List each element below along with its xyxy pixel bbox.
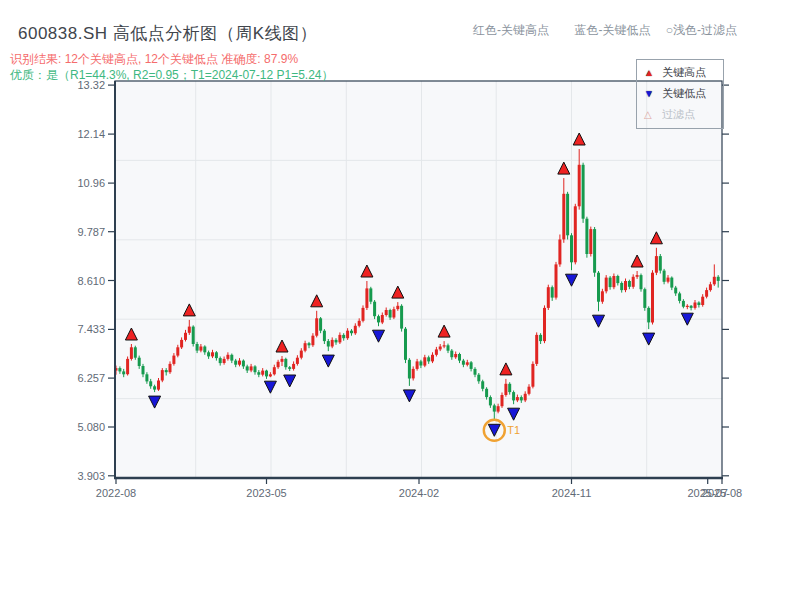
svg-text:2024-02: 2024-02 — [399, 487, 439, 499]
legend-item-label: 关键低点 — [662, 86, 706, 101]
recognition-result-text: 识别结果: 12个关键高点, 12个关键低点 准确度: 87.9% — [10, 51, 298, 68]
legend-item-key-low[interactable]: ▼ 关键低点 — [637, 83, 723, 104]
svg-text:2025-08: 2025-08 — [702, 487, 742, 499]
svg-text:12.14: 12.14 — [77, 128, 105, 140]
legend-item-filtered[interactable]: △ 过滤点 — [637, 104, 723, 125]
triangle-outline-icon: △ — [644, 110, 659, 120]
quality-result-text: 优质：是（R1=44.3%, R2=0.95；T1=2024-07-12 P1=… — [10, 67, 334, 84]
svg-text:2023-05: 2023-05 — [246, 487, 286, 499]
legend-item-label: 关键高点 — [662, 65, 706, 80]
svg-text:2022-08: 2022-08 — [96, 487, 136, 499]
svg-text:9.787: 9.787 — [77, 226, 105, 238]
header-legend: 红色-关键高点 蓝色-关键低点 ○浅色-过滤点 — [473, 22, 737, 39]
svg-text:7.433: 7.433 — [77, 323, 105, 335]
t1-label: T1 — [507, 424, 520, 436]
svg-text:2024-11: 2024-11 — [552, 487, 592, 499]
header-legend-key-high: 红色-关键高点 — [473, 22, 549, 39]
chart-legend-box: ▲ 关键高点 ▼ 关键低点 △ 过滤点 — [636, 59, 724, 129]
svg-text:10.96: 10.96 — [77, 177, 105, 189]
plot-background — [115, 81, 722, 478]
legend-item-key-high[interactable]: ▲ 关键高点 — [637, 62, 723, 83]
page-title: 600838.SH 高低点分析图（周K线图） — [18, 22, 317, 45]
header-legend-key-low: 蓝色-关键低点 — [574, 22, 650, 39]
stock-analysis-window: T113.3212.1410.969.7878.6107.4336.2575.0… — [0, 0, 800, 600]
legend-item-label: 过滤点 — [662, 107, 695, 122]
svg-text:6.257: 6.257 — [77, 372, 105, 384]
svg-text:8.610: 8.610 — [77, 275, 105, 287]
triangle-down-icon: ▼ — [644, 89, 659, 99]
svg-text:5.080: 5.080 — [77, 421, 105, 433]
svg-text:3.903: 3.903 — [77, 470, 105, 482]
triangle-up-icon: ▲ — [644, 68, 659, 78]
header-legend-filtered: ○浅色-过滤点 — [666, 22, 737, 39]
